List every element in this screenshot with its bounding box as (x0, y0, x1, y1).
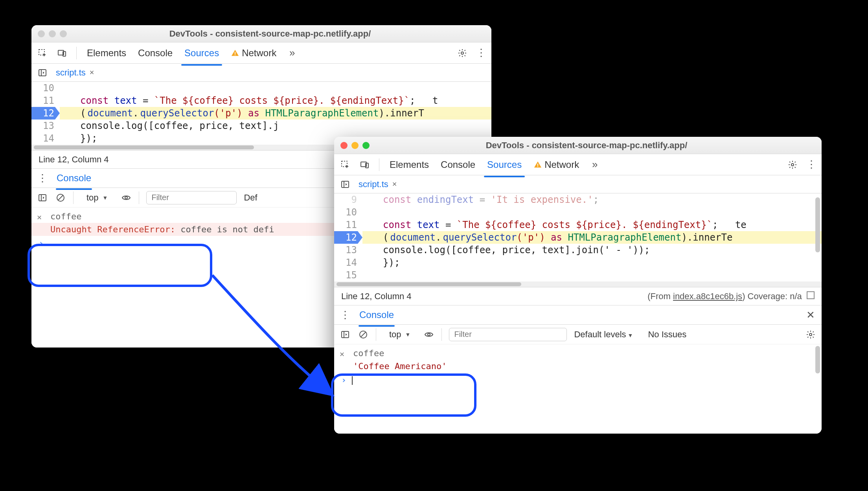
code-line: const endingText = 'It is expensive.'; (362, 193, 822, 206)
navigator-toggle-icon[interactable] (340, 179, 351, 190)
traffic-min-icon[interactable] (351, 142, 359, 149)
window-title: DevTools - consistent-source-map-pc.netl… (79, 29, 462, 39)
console-settings-icon[interactable] (805, 329, 816, 340)
log-levels-selector[interactable]: Def (244, 193, 257, 203)
traffic-close-icon[interactable] (340, 142, 348, 149)
divider (441, 328, 442, 341)
file-tabs: script.ts × (31, 64, 491, 82)
traffic-max-icon[interactable] (362, 142, 370, 149)
svg-point-26 (809, 333, 812, 336)
titlebar[interactable]: DevTools - consistent-source-map-pc.netl… (334, 137, 822, 154)
svg-rect-21 (342, 331, 349, 338)
log-levels-selector[interactable]: Default levels (574, 329, 633, 340)
settings-icon[interactable] (457, 48, 468, 59)
close-file-icon[interactable]: × (392, 180, 397, 189)
svg-rect-8 (39, 195, 46, 201)
console-prompt[interactable]: › (334, 373, 822, 387)
kebab-icon[interactable]: ⋮ (476, 48, 487, 59)
file-tab-script[interactable]: script.ts × (56, 68, 94, 78)
settings-icon[interactable] (787, 159, 798, 170)
devtools-window-after: DevTools - consistent-source-map-pc.netl… (334, 137, 822, 434)
gutter-exec: 12 (334, 231, 362, 244)
code-line-exec: (document.querySelector('p') as HTMLPara… (60, 107, 491, 120)
close-icon[interactable]: ✕ (37, 212, 42, 222)
drawer-tab-console[interactable]: Console (57, 171, 91, 185)
context-selector[interactable]: top (81, 191, 114, 205)
tab-sources[interactable]: Sources (485, 157, 523, 173)
tab-console[interactable]: Console (136, 45, 174, 61)
console-filter-input[interactable] (146, 191, 237, 204)
code-line: console.log([coffee, price, text].join('… (362, 244, 822, 256)
more-tabs-icon[interactable]: » (287, 48, 298, 59)
drawer-tab-console[interactable]: Console (359, 308, 394, 322)
svg-rect-6 (39, 70, 46, 76)
warning-icon (231, 49, 239, 57)
code-line-exec: (document.querySelector('p') as HTMLPara… (362, 231, 822, 244)
tab-elements[interactable]: Elements (85, 45, 128, 61)
vertical-scrollbar[interactable] (815, 193, 820, 287)
file-tab-label: script.ts (56, 68, 86, 78)
cursor-position: Line 12, Column 4 (341, 291, 412, 302)
gutter: 15 (334, 269, 362, 281)
divider (73, 191, 74, 204)
traffic-close-icon[interactable] (38, 30, 45, 37)
device-icon[interactable] (359, 159, 370, 170)
gutter: 9 (334, 193, 362, 206)
titlebar[interactable]: DevTools - consistent-source-map-pc.netl… (31, 25, 491, 42)
warning-icon (533, 160, 542, 169)
more-tabs-icon[interactable]: » (589, 159, 600, 170)
tab-elements[interactable]: Elements (388, 157, 430, 173)
tab-network-label: Network (544, 159, 579, 170)
close-drawer-icon[interactable]: ✕ (805, 309, 816, 320)
tab-console[interactable]: Console (439, 157, 477, 173)
file-tabs: script.ts × (334, 175, 822, 193)
console-filter-input[interactable] (449, 328, 567, 341)
svg-rect-3 (235, 52, 235, 54)
gutter: 13 (334, 244, 362, 256)
drawer-kebab-icon[interactable]: ⋮ (340, 309, 351, 320)
traffic-min-icon[interactable] (49, 30, 56, 37)
live-expression-icon[interactable] (121, 192, 132, 203)
live-expression-icon[interactable] (423, 329, 434, 340)
navigator-toggle-icon[interactable] (37, 67, 48, 78)
device-icon[interactable] (57, 48, 68, 59)
gutter: 13 (31, 120, 60, 132)
code-line: console.log([coffee, price, text].j (60, 120, 491, 132)
traffic-max-icon[interactable] (60, 30, 67, 37)
context-selector[interactable]: top (383, 327, 416, 342)
drawer-kebab-icon[interactable]: ⋮ (37, 173, 48, 184)
console-sidebar-toggle-icon[interactable] (37, 192, 48, 203)
cursor-position: Line 12, Column 4 (39, 154, 109, 165)
code-editor[interactable]: 9 const endingText = 'It is expensive.';… (334, 193, 822, 287)
gutter: 14 (334, 256, 362, 269)
clear-console-icon[interactable] (358, 329, 369, 340)
console-body[interactable]: ✕coffee 'Coffee Americano' › (334, 344, 822, 434)
clear-console-icon[interactable] (55, 192, 66, 203)
source-map-from[interactable]: (From index.a8c1ec6b.js) Coverage: n/a (647, 291, 815, 302)
svg-rect-19 (342, 181, 349, 188)
editor-statusbar: Line 12, Column 4 (From index.a8c1ec6b.j… (334, 287, 822, 305)
close-icon[interactable]: ✕ (340, 349, 344, 359)
svg-point-18 (791, 164, 794, 166)
svg-line-11 (58, 195, 63, 200)
svg-rect-17 (537, 166, 538, 167)
tab-sources[interactable]: Sources (183, 45, 221, 61)
file-tab-label: script.ts (359, 179, 388, 189)
console-input-echo: ✕coffee (334, 347, 822, 360)
inspect-icon[interactable] (340, 159, 351, 170)
divider (379, 158, 379, 171)
coverage-toggle-icon[interactable] (807, 291, 815, 299)
divider (139, 191, 139, 204)
issues-link[interactable]: No Issues (648, 329, 686, 340)
horizontal-scrollbar[interactable] (334, 281, 822, 287)
vertical-scrollbar[interactable] (815, 344, 820, 434)
inspect-icon[interactable] (37, 48, 48, 59)
tab-network[interactable]: Network (532, 157, 581, 173)
tab-network[interactable]: Network (229, 45, 278, 61)
kebab-icon[interactable]: ⋮ (806, 159, 817, 170)
file-tab-script[interactable]: script.ts × (359, 179, 397, 189)
console-result: 'Coffee Americano' (334, 360, 822, 373)
console-sidebar-toggle-icon[interactable] (340, 329, 351, 340)
close-file-icon[interactable]: × (90, 68, 94, 77)
gutter: 14 (31, 132, 60, 145)
